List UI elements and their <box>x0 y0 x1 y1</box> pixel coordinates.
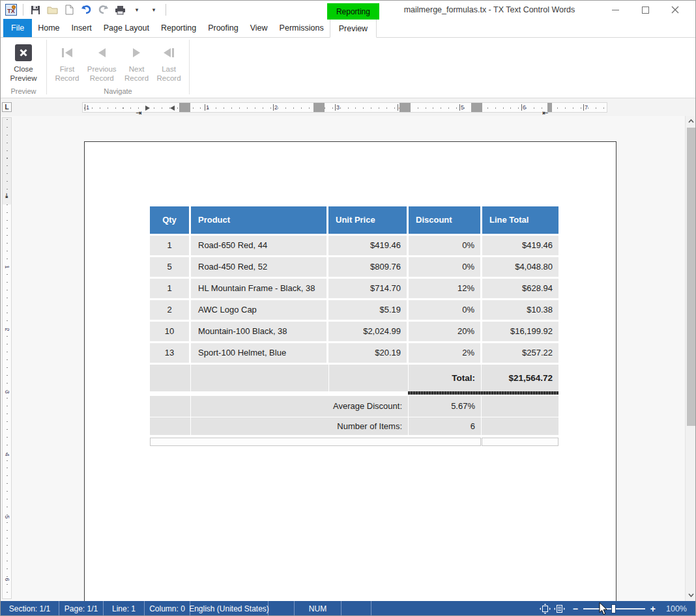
maximize-button[interactable] <box>630 1 660 19</box>
previous-record-button[interactable]: Previous Record <box>87 41 117 83</box>
open-folder-icon <box>47 5 58 14</box>
total-value: $21,564.72 <box>482 365 558 391</box>
ruler-row: L 1 1 2 3 4 5 6 7 ⇥ ⇤ <box>1 98 695 116</box>
tab-insert[interactable]: Insert <box>66 19 98 37</box>
tab-stop-selector[interactable]: L <box>2 102 12 112</box>
ruler-column-marker[interactable] <box>179 103 190 112</box>
cell-product: Road-450 Red, 52 <box>191 257 326 277</box>
indent-marker-left-pointing[interactable] <box>170 105 175 111</box>
document-area[interactable]: ⇥ 1 2 3 4 5 6 Qty Product Unit Price Dis… <box>1 116 696 601</box>
last-record-button[interactable]: Last Record <box>156 41 181 83</box>
ruler-number: 5 <box>4 513 10 522</box>
mouse-cursor <box>599 602 609 616</box>
tab-home[interactable]: Home <box>32 19 65 37</box>
next-record-button[interactable]: Next Record <box>124 41 149 83</box>
indent-marker-right-pointing[interactable] <box>145 105 150 111</box>
qat-separator <box>166 4 166 16</box>
tx-logo-icon[interactable]: TX <box>4 3 18 17</box>
minimize-icon <box>612 10 619 10</box>
qat-customize-caret[interactable]: ▾ <box>147 3 161 17</box>
ruler-number: 6 <box>521 104 526 111</box>
print-button[interactable] <box>113 3 127 17</box>
tab-preview-label: Preview <box>339 24 368 33</box>
tab-file[interactable]: File <box>3 19 32 37</box>
tab-proofing[interactable]: Proofing <box>202 19 244 37</box>
zoom-slider[interactable] <box>583 604 645 613</box>
scrollbar-thumb[interactable] <box>687 128 695 426</box>
next-record-label-2: Record <box>124 74 149 83</box>
ruler-ticks <box>84 107 607 109</box>
first-record-button[interactable]: First Record <box>55 41 79 83</box>
status-section[interactable]: Section: 1/1 <box>1 601 59 616</box>
number-of-items-label: Number of Items: <box>191 417 408 435</box>
empty-cell <box>191 365 328 391</box>
fit-width-button[interactable] <box>553 603 566 615</box>
empty-cell <box>150 417 190 435</box>
ruler-number: 5 <box>459 104 464 111</box>
print-dropdown-caret[interactable]: ▾ <box>130 3 144 17</box>
empty-cell <box>150 438 481 446</box>
open-button[interactable] <box>45 3 59 17</box>
scroll-down-button[interactable] <box>686 590 696 600</box>
number-of-items-row: Number of Items: 6 <box>150 417 558 435</box>
cell-product: Road-650 Red, 44 <box>191 236 326 255</box>
cell-unit-price: $714.70 <box>328 279 407 298</box>
table-row: 1 Road-650 Red, 44 $419.46 0% $419.46 <box>150 236 558 255</box>
undo-button[interactable] <box>79 3 93 17</box>
chevron-down-icon <box>688 593 694 597</box>
table-row: 13 Sport-100 Helmet, Blue $20.19 2% $257… <box>150 343 558 363</box>
ruler-column-marker[interactable] <box>399 103 411 112</box>
status-line[interactable]: Line: 1 <box>104 601 145 616</box>
table-header-row: Qty Product Unit Price Discount Line Tot… <box>150 206 558 234</box>
tab-page-layout[interactable]: Page Layout <box>98 19 155 37</box>
status-column[interactable]: Column: 0 <box>145 601 190 616</box>
status-page[interactable]: Page: 1/1 <box>59 601 104 616</box>
close-button[interactable] <box>660 1 690 19</box>
close-preview-button[interactable]: Close Preview <box>10 41 37 83</box>
redo-button[interactable] <box>96 3 110 17</box>
horizontal-ruler[interactable]: 1 1 2 3 4 5 6 7 <box>82 102 607 113</box>
ruler-number: 1 <box>205 104 209 111</box>
tab-view[interactable]: View <box>244 19 274 37</box>
cell-line-total: $4,048.80 <box>482 257 558 277</box>
cell-discount: 0% <box>409 300 480 320</box>
save-button[interactable] <box>28 3 42 17</box>
cell-line-total: $419.46 <box>482 236 558 255</box>
cell-qty: 5 <box>150 257 189 277</box>
ruler-column-marker[interactable] <box>313 103 325 112</box>
zoom-slider-thumb[interactable] <box>611 604 616 613</box>
scroll-up-button[interactable] <box>686 116 696 126</box>
number-of-items-value: 6 <box>409 417 481 435</box>
quick-access-toolbar: TX ▾ ▾ <box>3 3 169 17</box>
minimize-button[interactable] <box>600 1 630 19</box>
table-row: 10 Mountain-100 Black, 38 $2,024.99 20% … <box>150 322 558 341</box>
vertical-scrollbar[interactable] <box>685 116 696 601</box>
document-page[interactable]: Qty Product Unit Price Discount Line Tot… <box>84 141 616 601</box>
ruler-number: 7 <box>583 104 588 111</box>
next-record-label-1: Next <box>129 65 145 74</box>
tab-reporting[interactable]: Reporting <box>155 19 202 37</box>
tab-preview[interactable]: Preview Reporting <box>330 19 377 38</box>
cell-line-total: $16,199.92 <box>482 322 558 341</box>
close-icon <box>671 6 679 14</box>
qat-separator <box>23 4 23 16</box>
empty-cell <box>482 396 558 417</box>
tab-permissions[interactable]: Permissions <box>274 19 330 37</box>
zoom-in-button[interactable]: + <box>645 604 661 614</box>
ruler-number: 3 <box>335 104 340 111</box>
status-language[interactable]: English (United States) <box>190 601 268 616</box>
redo-icon <box>98 5 109 15</box>
fit-page-button[interactable] <box>539 603 552 615</box>
new-document-button[interactable] <box>62 3 76 17</box>
next-record-icon <box>130 44 144 61</box>
tx-logo-dot <box>12 5 16 9</box>
cell-discount: 20% <box>409 322 480 341</box>
average-discount-row: Average Discount: 5.67% <box>150 396 558 417</box>
undo-icon <box>81 5 92 15</box>
zoom-out-button[interactable]: − <box>568 604 583 614</box>
cell-discount: 2% <box>409 343 480 363</box>
vertical-ruler[interactable]: ⇥ 1 2 3 4 5 6 <box>2 117 12 599</box>
cell-line-total: $10.38 <box>482 300 558 320</box>
ruler-column-marker[interactable] <box>471 103 482 112</box>
empty-cell <box>329 365 408 391</box>
